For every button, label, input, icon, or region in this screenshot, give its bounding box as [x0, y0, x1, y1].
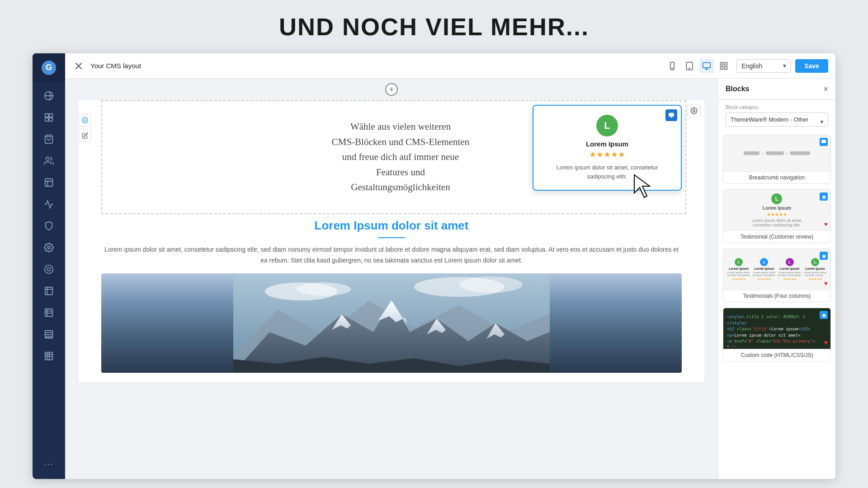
- desktop-view-button[interactable]: [699, 59, 714, 73]
- sidebar-item-settings[interactable]: [39, 238, 59, 258]
- testimonial-name: Lorem Ipsum: [544, 140, 670, 148]
- list-view-button[interactable]: [717, 59, 731, 73]
- close-button[interactable]: [72, 60, 85, 72]
- four-col-item-4: L Lorem Ipsum Lorem ipsum dolor sit amet…: [803, 258, 827, 281]
- fc-stars-1: ★★★★★: [732, 277, 745, 281]
- breadcrumb-segments: › ›: [744, 151, 810, 156]
- sidebar-more-button[interactable]: ···: [39, 454, 59, 474]
- svg-rect-5: [45, 118, 48, 121]
- svg-rect-3: [45, 114, 48, 117]
- svg-point-11: [45, 265, 53, 273]
- canvas: +: [65, 79, 718, 479]
- testimonial-card: L Lorem Ipsum ★★★★★ Lorem ipsum dolor si…: [533, 105, 682, 191]
- sidebar-item-table4[interactable]: [39, 346, 59, 366]
- four-col-item-3: L Lorem Ipsum Lorem ipsum dolor sit amet…: [778, 258, 802, 281]
- block-card-breadcrumb[interactable]: › › Breadcrumb navigation: [723, 135, 831, 184]
- sidebar: G: [33, 53, 65, 479]
- testimonial-mini-preview: L Lorem Ipsum ★★★★★ Lorem ipsum dolor si…: [749, 191, 805, 230]
- sidebar-item-table1[interactable]: [39, 281, 59, 301]
- tablet-view-button[interactable]: [682, 59, 697, 73]
- fc-stars-3: ★★★★★: [783, 277, 797, 281]
- sidebar-item-marketing[interactable]: [39, 194, 59, 214]
- content-section: Lorem Ipsum dolor sit amet Lorem ipsum d…: [79, 214, 704, 382]
- testimonial-block-label: Testimonial (Customer review): [723, 230, 830, 243]
- fc-name-3: Lorem Ipsum: [780, 267, 800, 270]
- code-line-6: Button: [727, 345, 827, 347]
- svg-rect-4: [49, 114, 52, 117]
- fc-text-4: Lorem ipsum dolor sit amet conse...: [803, 271, 827, 277]
- svg-point-10: [47, 246, 50, 249]
- fc-stars-4: ★★★★★: [808, 277, 822, 281]
- mobile-view-button[interactable]: [665, 59, 679, 73]
- sidebar-item-pages[interactable]: [39, 108, 59, 127]
- sidebar-item-table3[interactable]: [39, 324, 59, 344]
- sidebar-item-shop[interactable]: [39, 129, 59, 149]
- edit-block-icon[interactable]: [79, 129, 91, 142]
- testimonial-mini-text: Lorem ipsum dolor sit amet,consetetur sa…: [752, 218, 802, 227]
- breadcrumb-sep-1: ›: [762, 151, 763, 156]
- block-card-testimonial[interactable]: ▣ ♥ L Lorem Ipsum ★★★★★ Lorem ipsum dolo…: [723, 189, 831, 243]
- content-title: Lorem Ipsum dolor sit amet: [101, 219, 682, 233]
- canvas-area: +: [65, 79, 835, 479]
- custom-code-preview: ▣ ♥ <style>.title { color: #189ef; } </s…: [723, 308, 830, 349]
- code-line-2: </style>: [727, 320, 827, 327]
- breadcrumb-seg-1: [744, 151, 760, 155]
- sidebar-logo[interactable]: G: [33, 53, 65, 82]
- sidebar-item-preview[interactable]: [39, 259, 59, 279]
- section-settings-icon[interactable]: [687, 104, 701, 117]
- fc-text-3: Lorem ipsum dolor sit amet consetetur.: [778, 271, 802, 277]
- breadcrumb-preview: › ›: [723, 135, 830, 171]
- sidebar-item-table2[interactable]: [39, 303, 59, 323]
- svg-rect-29: [669, 113, 674, 117]
- sidebar-item-users[interactable]: [39, 151, 59, 171]
- block-category-dropdown[interactable]: ThemeWare® Modern - Other ThemeWare® Mod…: [726, 113, 828, 127]
- four-col-block-icon: ▣: [820, 252, 828, 260]
- add-section-button[interactable]: +: [385, 83, 398, 96]
- testimonial-mini-name: Lorem Ipsum: [763, 206, 791, 211]
- breadcrumb-block-icon: [820, 138, 828, 146]
- add-block-icon[interactable]: [79, 114, 91, 127]
- code-line-3: <h2 class="title">Lorem ipsum</h2>: [727, 326, 827, 333]
- blocks-list: › › Breadcrumb navigation ▣ ♥: [718, 131, 835, 479]
- main-area: Your CMS layout: [65, 53, 835, 479]
- sidebar-item-layout[interactable]: [39, 173, 59, 192]
- custom-code-heart-icon: ♥: [824, 339, 828, 346]
- svg-point-20: [689, 68, 690, 69]
- four-col-heart-icon: ♥: [824, 280, 828, 287]
- custom-code-block-label: Custom code (HTML/CSS/JS): [723, 349, 830, 361]
- sidebar-item-analytics[interactable]: [39, 86, 59, 106]
- block-card-custom-code[interactable]: ▣ ♥ <style>.title { color: #189ef; } </s…: [723, 308, 831, 361]
- mountain-image: [101, 273, 682, 373]
- sidebar-item-security[interactable]: [39, 216, 59, 236]
- language-select[interactable]: English Deutsch Français: [736, 59, 791, 73]
- block-category-label: Block category: [718, 100, 835, 113]
- fc-name-4: Lorem Ipsum: [805, 267, 825, 270]
- save-button[interactable]: Save: [795, 59, 828, 73]
- top-heading-area: UND NOCH VIEL MEHR...: [0, 0, 868, 50]
- sidebar-nav: [39, 82, 59, 454]
- content-title-underline: [378, 237, 405, 238]
- block-card-testimonials-four[interactable]: ▣ ♥ L Lorem Ipsum Lorem ipsum dolor sit …: [723, 249, 831, 302]
- svg-rect-23: [725, 62, 727, 65]
- four-col-item-2: L Lorem Ipsum Lorem ipsum dolor sit amet…: [752, 258, 776, 281]
- page-title: Your CMS layout: [90, 62, 660, 70]
- code-line-1: <style>.title { color: #189ef; }: [727, 314, 827, 320]
- svg-rect-43: [821, 140, 826, 143]
- svg-point-26: [693, 110, 695, 112]
- breadcrumb-sep-2: ›: [786, 151, 788, 156]
- fc-avatar-2: L: [760, 258, 768, 266]
- testimonial-text: Lorem ipsum dolor sit amet, consetetur s…: [544, 163, 670, 181]
- fc-avatar-3: L: [786, 258, 794, 266]
- testimonial-mini-stars: ★★★★★: [767, 212, 787, 217]
- toolbar-right: English Deutsch Français ▼ Save: [736, 59, 828, 73]
- code-line-4: <p>Lorem ipsum dolor sit amet<: [727, 333, 827, 339]
- svg-rect-9: [45, 179, 53, 187]
- testimonial-card-overlay: L Lorem Ipsum ★★★★★ Lorem ipsum dolor si…: [533, 105, 682, 191]
- code-preview-content: <style>.title { color: #189ef; } </style…: [723, 310, 830, 347]
- panel-close-button[interactable]: ×: [823, 85, 828, 93]
- panel-header: Blocks ×: [718, 79, 835, 100]
- svg-point-35: [459, 277, 523, 293]
- block-category-dropdown-wrapper: ThemeWare® Modern - Other ThemeWare® Mod…: [718, 113, 835, 131]
- code-line-5: <a href="#" class="btn btn-primary">: [727, 338, 827, 345]
- app-container: G: [33, 53, 835, 479]
